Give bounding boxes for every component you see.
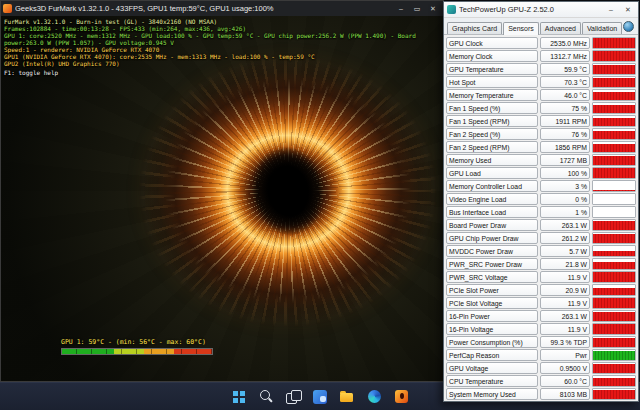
sensor-row: Bus Interface Load1 % (446, 206, 636, 218)
search-icon[interactable] (258, 389, 274, 405)
sensor-row: GPU Chip Power Draw261.2 W (446, 232, 636, 244)
sensor-value: 11.9 V (540, 271, 590, 283)
gpuz-app-icon (447, 5, 456, 14)
sensor-row: PCIe Slot Power20.9 W (446, 284, 636, 296)
furmark-titlebar[interactable]: Geeks3D FurMark v1.32.1.0 - 433FPS, GPU1… (1, 1, 443, 16)
sensor-label: PCIe Slot Power (446, 284, 538, 296)
sensor-row: CPU Temperature60.0 °C (446, 375, 636, 387)
file-explorer-icon[interactable] (339, 389, 355, 405)
sensor-label: CPU Temperature (446, 375, 538, 387)
osd-line-gpu1: GPU1 (NVIDIA GeForce RTX 4070): core:253… (4, 53, 439, 60)
sensor-label: GPU Voltage (446, 362, 538, 374)
tab-validation[interactable]: Validation (582, 22, 622, 34)
sensor-label: GPU Load (446, 167, 538, 179)
sensor-label: MVDDC Power Draw (446, 245, 538, 257)
sensor-list: GPU Clock2535.0 MHzMemory Clock1312.7 MH… (444, 35, 638, 403)
camera-screenshot-button[interactable] (623, 21, 634, 32)
sensor-label: System Memory Used (446, 388, 538, 400)
sensor-label: PCIe Slot Voltage (446, 297, 538, 309)
sensor-label: Video Engine Load (446, 193, 538, 205)
sensor-label: PWR_SRC Power Draw (446, 258, 538, 270)
sensor-history-graph (592, 89, 636, 101)
start-icon[interactable] (231, 389, 247, 405)
sensor-value: 75 % (540, 102, 590, 114)
sensor-row: Memory Clock1312.7 MHz (446, 50, 636, 62)
sensor-row: PWR_SRC Voltage11.9 V (446, 271, 636, 283)
minimize-button[interactable]: – (393, 2, 409, 15)
sensor-row: Memory Temperature46.0 °C (446, 89, 636, 101)
sensor-label: GPU Chip Power Draw (446, 232, 538, 244)
sensor-value: Pwr (540, 349, 590, 361)
sensor-history-graph (592, 219, 636, 231)
tab-graphics-card[interactable]: Graphics Card (447, 22, 502, 34)
sensor-value: 263.1 W (540, 219, 590, 231)
sensor-history-graph (592, 362, 636, 374)
sensor-row: Power Consumption (%)99.3 % TDP (446, 336, 636, 348)
sensor-row: Fan 1 Speed (RPM)1911 RPM (446, 115, 636, 127)
sensor-row: PWR_SRC Power Draw21.8 W (446, 258, 636, 270)
sensor-value: 21.8 W (540, 258, 590, 270)
sensor-history-graph (592, 128, 636, 140)
sensor-value: 1856 RPM (540, 141, 590, 153)
task-view-icon[interactable] (285, 389, 301, 405)
sensor-history-graph (592, 102, 636, 114)
furmark-render-viewport: FurMark v1.32.1.0 - Burn-in test (GL) - … (1, 16, 443, 381)
sensor-row: Video Engine Load0 % (446, 193, 636, 205)
sensor-row: Memory Controller Load3 % (446, 180, 636, 192)
sensor-label: Memory Temperature (446, 89, 538, 101)
tab-sensors[interactable]: Sensors (503, 22, 539, 35)
sensor-value: 20.9 W (540, 284, 590, 296)
maximize-button[interactable]: ▭ (409, 2, 425, 15)
sensor-label: Memory Clock (446, 50, 538, 62)
furmark-icon[interactable] (393, 389, 409, 405)
furmark-app-icon (3, 4, 12, 13)
sensor-label: Fan 2 Speed (RPM) (446, 141, 538, 153)
sensor-row: 16-Pin Voltage11.9 V (446, 323, 636, 335)
furmark-window: Geeks3D FurMark v1.32.1.0 - 433FPS, GPU1… (0, 0, 444, 382)
gpuz-tabs: Graphics CardSensorsAdvancedValidation (444, 18, 638, 35)
sensor-label: GPU Clock (446, 37, 538, 49)
sensor-row: Fan 2 Speed (RPM)1856 RPM (446, 141, 636, 153)
gpuz-window: TechPowerUp GPU-Z 2.52.0 – ✕ Graphics Ca… (443, 1, 639, 402)
gpuz-titlebar[interactable]: TechPowerUp GPU-Z 2.52.0 – ✕ (444, 2, 638, 18)
osd-line-gpu2: GPU2 (Intel(R) UHD Graphics 770) (4, 60, 439, 67)
sensor-label: 16-Pin Power (446, 310, 538, 322)
tab-advanced[interactable]: Advanced (540, 22, 581, 34)
sensor-value: 1 % (540, 206, 590, 218)
sensor-value: 60.0 °C (540, 375, 590, 387)
sensor-value: 99.3 % TDP (540, 336, 590, 348)
sensor-value: 2535.0 MHz (540, 37, 590, 49)
sensor-history-graph (592, 141, 636, 153)
sensor-history-graph (592, 115, 636, 127)
sensor-value: 0.9500 V (540, 362, 590, 374)
sensor-history-graph (592, 232, 636, 244)
sensor-history-graph (592, 349, 636, 361)
sensor-row: GPU Load100 % (446, 167, 636, 179)
sensor-row: Fan 1 Speed (%)75 % (446, 102, 636, 114)
close-button[interactable]: ✕ (425, 2, 441, 15)
sensor-history-graph (592, 167, 636, 179)
minimize-button[interactable]: – (604, 4, 618, 16)
sensor-history-graph (592, 284, 636, 296)
sensor-label: Hot Spot (446, 76, 538, 88)
close-button[interactable]: ✕ (621, 4, 635, 16)
sensor-row: 16-Pin Power263.1 W (446, 310, 636, 322)
sensor-history-graph (592, 63, 636, 75)
sensor-history-graph (592, 206, 636, 218)
sensor-value: 46.0 °C (540, 89, 590, 101)
sensor-row: Board Power Draw263.1 W (446, 219, 636, 231)
sensor-history-graph (592, 388, 636, 400)
osd-line-renderer: Speed:1 - renderer: NVIDIA GeForce RTX 4… (4, 46, 439, 53)
sensor-history-graph (592, 37, 636, 49)
sensor-label: Bus Interface Load (446, 206, 538, 218)
widgets-icon[interactable] (312, 389, 328, 405)
sensor-history-graph (592, 297, 636, 309)
sensor-value: 1911 RPM (540, 115, 590, 127)
sensor-label: Fan 2 Speed (%) (446, 128, 538, 140)
edge-icon[interactable] (366, 389, 382, 405)
sensor-row: GPU Temperature59.9 °C (446, 63, 636, 75)
sensor-row: System Memory Used8103 MB (446, 388, 636, 400)
sensor-label: GPU Temperature (446, 63, 538, 75)
furmark-window-title: Geeks3D FurMark v1.32.1.0 - 433FPS, GPU1… (15, 4, 390, 13)
sensor-value: 1312.7 MHz (540, 50, 590, 62)
